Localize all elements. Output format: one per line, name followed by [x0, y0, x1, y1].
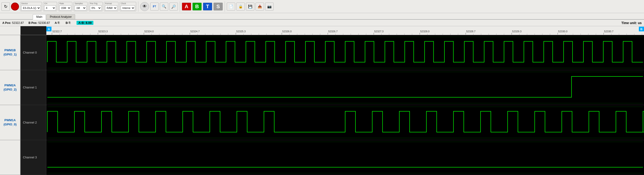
- ch-name-3: Channel 3: [20, 140, 46, 175]
- clock-select[interactable]: Interne: [121, 6, 135, 10]
- ruler: A B 52322.752323.352324.052324.752325.35…: [0, 26, 644, 35]
- side-label-2: PWM1A(GPIO_0): [0, 105, 20, 140]
- side-label-2-text: PWM1A(GPIO_0): [4, 118, 16, 126]
- ch-select[interactable]: 4: [44, 6, 56, 10]
- svg-text:52330.0: 52330.0: [558, 30, 568, 33]
- pretrig-label: Pre-Trig: [90, 2, 97, 5]
- bt-item: B-T:: [66, 21, 72, 24]
- ch-waveform-3[interactable]: [46, 140, 644, 175]
- waveform-svg-1: [46, 70, 644, 105]
- samples-select[interactable]: 1M: [75, 6, 86, 10]
- bpos-value: 52330.87: [38, 21, 50, 24]
- device-group: Device ES-DLA-1(): [20, 2, 42, 11]
- record-button[interactable]: [11, 2, 19, 10]
- svg-text:52328.0: 52328.0: [420, 30, 430, 33]
- ch-group: CH 4: [43, 2, 57, 11]
- ch-name-1: Channel 1: [20, 70, 46, 105]
- export-button[interactable]: 📤: [256, 2, 264, 10]
- waveform-svg-2: [46, 105, 644, 140]
- toolbar: ↻ Device ES-DLA-1() CH 4 Rate 15M Sample…: [0, 0, 644, 13]
- clock-group: Clock Interne: [120, 2, 136, 11]
- samples-label: Samples: [75, 2, 83, 5]
- open-file-button[interactable]: 🔒: [236, 2, 245, 10]
- time-unit: Time unit: us: [621, 21, 642, 25]
- ruler-svg: 52322.752323.352324.052324.752325.352326…: [46, 26, 644, 35]
- ch-waveform-1[interactable]: [46, 70, 644, 105]
- zoom-in-button[interactable]: 🔍: [160, 2, 168, 10]
- svg-text:52326.7: 52326.7: [328, 30, 338, 33]
- ruler-track: A B 52322.752323.352324.052324.752325.35…: [46, 26, 644, 35]
- format-group: Format RAW: [104, 2, 118, 11]
- tabs-row: Main Protocol Analyzer: [0, 13, 644, 20]
- svg-text:52330.7: 52330.7: [604, 30, 614, 33]
- tab-main[interactable]: Main: [33, 14, 46, 20]
- svg-text:52328.7: 52328.7: [466, 30, 476, 33]
- bpos-label: B Pos:: [28, 21, 38, 24]
- rate-group: Rate 15M: [58, 2, 72, 11]
- svg-text:52327.3: 52327.3: [374, 30, 384, 33]
- marker-a[interactable]: A: [46, 27, 52, 31]
- screenshot-button[interactable]: 📷: [265, 2, 274, 10]
- svg-text:52324.7: 52324.7: [190, 30, 200, 33]
- ch-label: CH: [44, 2, 47, 5]
- marker-b[interactable]: B: [639, 27, 644, 31]
- svg-text:52326.0: 52326.0: [282, 30, 292, 33]
- format-select[interactable]: RAW: [105, 6, 117, 10]
- device-select[interactable]: ES-DLA-1(): [21, 6, 41, 10]
- ruler-pad-ch: [20, 26, 46, 35]
- ch-name-0: Channel 0: [20, 35, 46, 70]
- save-button[interactable]: 💾: [246, 2, 254, 10]
- rate-label: Rate: [60, 2, 64, 5]
- new-file-button[interactable]: 📄: [227, 2, 235, 10]
- zoom-out-button[interactable]: 🔍: [170, 2, 178, 10]
- at-label: A-T:: [55, 21, 60, 24]
- channel-row-0: Channel 0: [20, 35, 644, 70]
- signal-area: PWM1B(GPIO_1) PWM2A(GPIO_2) PWM1A(GPIO_0…: [0, 35, 644, 175]
- waveform-svg-3: [46, 140, 644, 175]
- ch-waveform-0[interactable]: [46, 35, 644, 70]
- samples-group: Samples 1M: [74, 2, 88, 11]
- side-label-1: PWM2A(GPIO_2): [0, 70, 20, 105]
- apos-value: 52322.87: [12, 21, 24, 24]
- bt-label: B-T:: [66, 21, 71, 24]
- view-button[interactable]: 👁: [140, 2, 149, 11]
- ab-value: 8.00: [86, 21, 92, 24]
- ab-badge: A-B: 8.00: [76, 21, 93, 25]
- clock-label: Clock: [121, 2, 126, 5]
- pretrig-select[interactable]: 0%: [90, 6, 102, 10]
- ch-name-label-0: Channel 0: [23, 51, 37, 54]
- separator-1: [138, 2, 138, 12]
- at-item: A-T:: [55, 21, 61, 24]
- apos-label: A Pos:: [2, 21, 11, 24]
- ft-button[interactable]: FT: [150, 2, 159, 10]
- svg-text:52325.3: 52325.3: [236, 30, 246, 33]
- a-button[interactable]: A: [182, 2, 191, 10]
- b-button[interactable]: B: [192, 2, 202, 10]
- waveform-svg-0: [46, 35, 644, 70]
- channels-wrapper: Channel 0 Channel 1: [20, 35, 644, 175]
- s-button[interactable]: S: [214, 2, 223, 10]
- side-label-0-text: PWM1B(GPIO_1): [4, 48, 16, 56]
- ch-name-label-2: Channel 2: [23, 121, 37, 124]
- svg-text:52324.0: 52324.0: [144, 30, 154, 33]
- t-button[interactable]: T: [203, 2, 212, 10]
- channel-row-3: Channel 3: [20, 140, 644, 175]
- svg-text:52329.3: 52329.3: [512, 30, 522, 33]
- apos-item: A Pos: 52322.87: [2, 21, 24, 24]
- main-layout: ↻ Device ES-DLA-1() CH 4 Rate 15M Sample…: [0, 0, 644, 175]
- ch-waveform-2[interactable]: [46, 105, 644, 140]
- side-label-0: PWM1B(GPIO_1): [0, 35, 20, 70]
- refresh-button[interactable]: ↻: [2, 2, 10, 11]
- side-labels: PWM1B(GPIO_1) PWM2A(GPIO_2) PWM1A(GPIO_0…: [0, 35, 20, 175]
- info-bar: A Pos: 52322.87 B Pos: 52330.87 A-T: B-T…: [0, 20, 644, 26]
- rate-select[interactable]: 15M: [60, 6, 71, 10]
- ab-label: A-B:: [78, 21, 85, 24]
- side-label-1-text: PWM2A(GPIO_2): [4, 83, 16, 92]
- bpos-item: B Pos: 52330.87: [28, 21, 50, 24]
- pretrig-group: Pre-Trig 0%: [89, 2, 103, 11]
- channel-row-2: Channel 2: [20, 105, 644, 140]
- svg-text:52323.3: 52323.3: [98, 30, 108, 33]
- tab-protocol-analyzer[interactable]: Protocol Analyzer: [46, 14, 75, 19]
- ch-name-label-3: Channel 3: [23, 156, 37, 159]
- separator-3: [225, 2, 225, 12]
